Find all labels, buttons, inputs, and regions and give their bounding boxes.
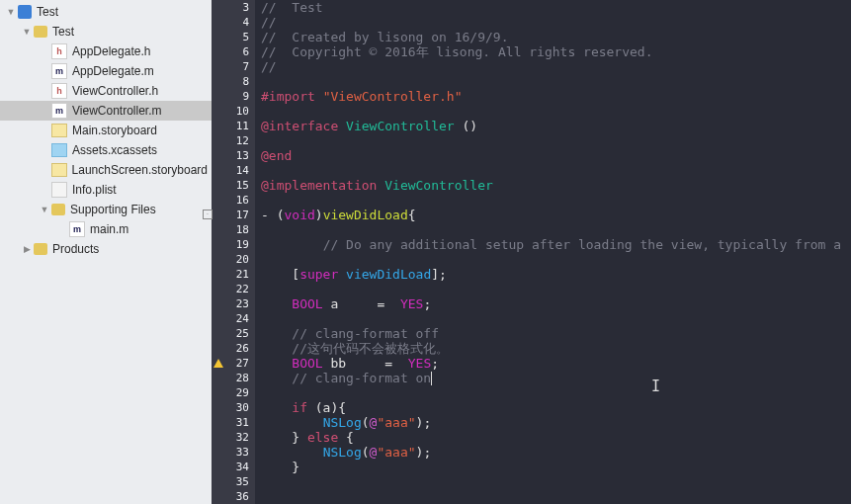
line-number[interactable]: 18 xyxy=(212,222,249,237)
code-line[interactable]: } xyxy=(261,460,851,474)
tree-label: main.m xyxy=(90,222,128,236)
code-line[interactable] xyxy=(261,193,851,208)
line-number[interactable]: 33 xyxy=(212,445,249,460)
impl-file-icon: m xyxy=(51,63,67,79)
code-line[interactable] xyxy=(261,74,851,89)
tree-label: AppDelegate.m xyxy=(72,64,154,78)
tree-item-folder-products[interactable]: ▶ Products xyxy=(0,239,212,259)
code-line[interactable]: @implementation ViewController xyxy=(261,178,851,193)
tree-item-file[interactable]: h AppDelegate.h xyxy=(0,42,212,61)
line-number-gutter[interactable]: 34567891011121314151617-1819202122232425… xyxy=(212,0,255,504)
code-line[interactable]: // Test xyxy=(261,0,851,15)
code-line[interactable]: [super viewDidLoad]; xyxy=(261,267,851,282)
chevron-down-icon: ▼ xyxy=(40,205,49,214)
code-line[interactable]: BOOL bb = YES; xyxy=(261,356,851,371)
chevron-right-icon: ▶ xyxy=(22,244,32,254)
code-line[interactable] xyxy=(261,474,851,489)
tree-item-file[interactable]: Info.plist xyxy=(0,180,212,200)
line-number[interactable]: 22 xyxy=(212,282,249,296)
code-line[interactable]: // xyxy=(261,59,851,74)
code-line[interactable]: } else { xyxy=(261,430,851,445)
line-number[interactable]: 31 xyxy=(212,415,249,430)
line-number[interactable]: 7 xyxy=(212,59,249,74)
tree-item-file[interactable]: h ViewController.h xyxy=(0,81,212,101)
code-line[interactable]: @end xyxy=(261,148,851,163)
line-number[interactable]: 35 xyxy=(212,474,249,489)
code-line[interactable]: // Copyright © 2016年 lisong. All rights … xyxy=(261,44,851,59)
line-number[interactable]: 8 xyxy=(212,74,249,89)
impl-file-icon: m xyxy=(69,221,85,237)
code-line[interactable] xyxy=(261,385,851,400)
code-line[interactable]: NSLog(@"aaa"); xyxy=(261,445,851,460)
code-line[interactable]: - (void)viewDidLoad{ xyxy=(261,208,851,222)
warning-icon[interactable] xyxy=(213,359,223,368)
line-number[interactable]: 28 xyxy=(212,371,249,385)
line-number[interactable]: 17- xyxy=(212,208,249,222)
code-line[interactable]: // Created by lisong on 16/9/9. xyxy=(261,30,851,44)
line-number[interactable]: 9 xyxy=(212,89,249,104)
code-line[interactable]: BOOL a = YES; xyxy=(261,296,851,311)
line-number[interactable]: 10 xyxy=(212,104,249,119)
tree-label: Test xyxy=(37,5,58,19)
line-number[interactable]: 34 xyxy=(212,460,249,474)
code-line[interactable]: #import "ViewController.h" xyxy=(261,89,851,104)
line-number[interactable]: 24 xyxy=(212,311,249,326)
code-line[interactable] xyxy=(261,104,851,119)
tree-item-file[interactable]: m main.m xyxy=(0,219,212,239)
tree-item-file[interactable]: m AppDelegate.m xyxy=(0,61,212,81)
tree-item-folder-supporting[interactable]: ▼ Supporting Files xyxy=(0,200,212,219)
project-navigator[interactable]: ▼ Test ▼ Test h AppDelegate.h m AppDeleg… xyxy=(0,0,212,504)
tree-label: Products xyxy=(52,242,99,256)
tree-item-file[interactable]: LaunchScreen.storyboard xyxy=(0,160,212,180)
code-line[interactable] xyxy=(261,163,851,178)
line-number[interactable]: 19 xyxy=(212,237,249,252)
line-number[interactable]: 3 xyxy=(212,0,249,15)
code-line[interactable]: NSLog(@"aaa"); xyxy=(261,415,851,430)
line-number[interactable]: 4 xyxy=(212,15,249,30)
code-line[interactable]: //这句代码不会被格式化。 xyxy=(261,341,851,356)
tree-item-file[interactable]: Assets.xcassets xyxy=(0,140,212,160)
line-number[interactable]: 29 xyxy=(212,385,249,400)
code-line[interactable]: // clang-format off xyxy=(261,326,851,341)
tree-item-folder-test[interactable]: ▼ Test xyxy=(0,22,212,42)
code-line[interactable]: // xyxy=(261,15,851,30)
line-number[interactable]: 16 xyxy=(212,193,249,208)
line-number[interactable]: 14 xyxy=(212,163,249,178)
tree-item-file[interactable]: Main.storyboard xyxy=(0,121,212,140)
line-number[interactable]: 20 xyxy=(212,252,249,267)
code-line[interactable] xyxy=(261,252,851,267)
code-line[interactable]: if (a){ xyxy=(261,400,851,415)
line-number[interactable]: 21 xyxy=(212,267,249,282)
tree-label: Assets.xcassets xyxy=(72,143,157,157)
impl-file-icon: m xyxy=(51,103,67,119)
line-number[interactable]: 27 xyxy=(212,356,249,371)
code-area[interactable]: // Test//// Created by lisong on 16/9/9.… xyxy=(255,0,851,504)
code-line[interactable] xyxy=(261,311,851,326)
line-number[interactable]: 6 xyxy=(212,44,249,59)
line-number[interactable]: 36 xyxy=(212,489,249,504)
line-number[interactable]: 26 xyxy=(212,341,249,356)
line-number[interactable]: 15 xyxy=(212,178,249,193)
code-line[interactable]: // Do any additional setup after loading… xyxy=(261,237,851,252)
line-number[interactable]: 12 xyxy=(212,133,249,148)
tree-label: Info.plist xyxy=(72,183,117,197)
line-number[interactable]: 30 xyxy=(212,400,249,415)
line-number[interactable]: 25 xyxy=(212,326,249,341)
xcode-project-icon xyxy=(18,5,32,19)
code-line[interactable] xyxy=(261,222,851,237)
line-number[interactable]: 23 xyxy=(212,296,249,311)
code-line[interactable] xyxy=(261,282,851,296)
plist-file-icon xyxy=(51,182,67,198)
tree-item-root[interactable]: ▼ Test xyxy=(0,2,212,22)
fold-toggle-icon[interactable]: - xyxy=(203,210,213,219)
code-line[interactable] xyxy=(261,489,851,504)
line-number[interactable]: 5 xyxy=(212,30,249,44)
line-number[interactable]: 13 xyxy=(212,148,249,163)
code-line[interactable]: @interface ViewController () xyxy=(261,119,851,133)
code-line[interactable]: // clang-format on xyxy=(261,371,851,385)
tree-item-file-selected[interactable]: m ViewController.m xyxy=(0,101,212,121)
code-line[interactable] xyxy=(261,133,851,148)
code-editor[interactable]: 34567891011121314151617-1819202122232425… xyxy=(212,0,851,504)
line-number[interactable]: 11 xyxy=(212,119,249,133)
line-number[interactable]: 32 xyxy=(212,430,249,445)
